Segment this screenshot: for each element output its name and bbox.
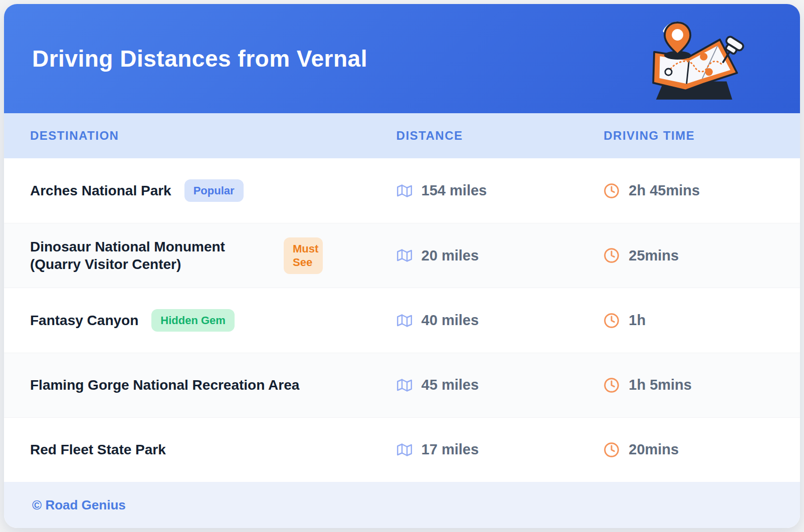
destination-cell: Red Fleet State Park [30,441,396,458]
column-header-distance: Distance [396,129,604,143]
clock-icon [604,183,620,199]
destination-name: Fantasy Canyon [30,312,138,329]
driving-time-cell: 1h 5mins [604,377,776,393]
distance-cell: 40 miles [396,312,604,329]
table-row: Fantasy Canyon Hidden Gem 40 miles 1h [4,288,800,352]
destination-name: Arches National Park [30,182,171,199]
map-icon [396,313,413,328]
column-header-destination: Destination [30,129,396,143]
destination-cell: Dinosaur National Monument (Quarry Visit… [30,237,396,274]
table-row: Dinosaur National Monument (Quarry Visit… [4,223,800,288]
driving-time-value: 25mins [629,247,679,264]
map-icon [396,248,413,263]
table-row: Arches National Park Popular 154 miles 2… [4,158,800,223]
page-title: Driving Distances from Vernal [32,45,367,72]
distance-value: 154 miles [422,182,487,199]
column-header-driving-time: Driving Time [604,129,776,143]
driving-time-cell: 20mins [604,441,776,458]
destination-cell: Flaming Gorge National Recreation Area [30,376,396,394]
distance-cell: 20 miles [396,247,604,264]
header-banner: Driving Distances from Vernal [4,4,800,113]
driving-time-value: 1h 5mins [629,377,692,393]
driving-time-value: 1h [629,312,646,329]
status-badge: Hidden Gem [151,309,235,332]
driving-time-cell: 2h 45mins [604,182,776,199]
map-icon [396,442,413,457]
copyright-text: © Road Genius [32,497,126,513]
map-illustration-icon [631,11,756,106]
clock-icon [604,247,620,263]
distance-value: 20 miles [422,247,479,264]
distance-cell: 17 miles [396,441,604,458]
destination-cell: Fantasy Canyon Hidden Gem [30,309,396,332]
distance-cell: 154 miles [396,182,604,199]
table-row: Red Fleet State Park 17 miles 20mins [4,417,800,482]
table-row: Flaming Gorge National Recreation Area 4… [4,353,800,417]
table-body: Arches National Park Popular 154 miles 2… [4,158,800,482]
footer-bar: © Road Genius [4,482,800,528]
map-icon [396,378,413,393]
driving-time-cell: 1h [604,312,776,329]
distance-value: 40 miles [422,312,479,329]
clock-icon [604,442,620,458]
driving-distances-card: Driving Distances from Vernal [4,4,800,528]
map-icon [396,183,413,198]
status-badge: Must See [284,237,323,274]
distance-cell: 45 miles [396,377,604,393]
clock-icon [604,313,620,329]
destination-name: Flaming Gorge National Recreation Area [30,376,299,394]
destination-name: Dinosaur National Monument (Quarry Visit… [30,238,271,273]
driving-time-value: 2h 45mins [629,182,700,199]
distance-value: 45 miles [422,377,479,393]
destination-cell: Arches National Park Popular [30,179,396,202]
clock-icon [604,377,620,393]
driving-time-value: 20mins [629,441,679,458]
status-badge: Popular [184,179,244,202]
table-header-row: Destination Distance Driving Time [4,113,800,158]
distance-value: 17 miles [422,441,479,458]
destination-name: Red Fleet State Park [30,441,166,458]
driving-time-cell: 25mins [604,247,776,264]
